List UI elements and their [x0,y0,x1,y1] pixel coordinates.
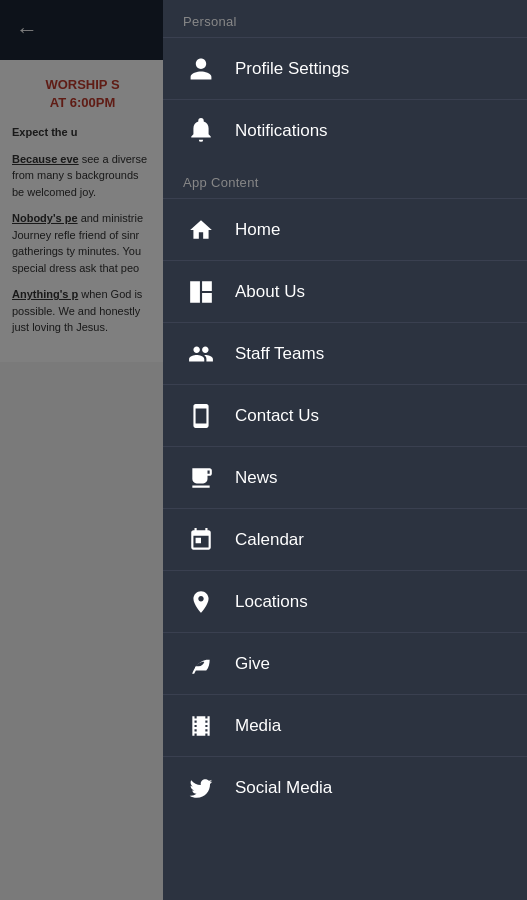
news-label: News [235,468,278,488]
notifications-label: Notifications [235,121,328,141]
give-icon [183,646,219,682]
drawer-item-about-us[interactable]: About Us [163,260,527,322]
contact-us-label: Contact Us [235,406,319,426]
app-content-section-header: App Content [163,161,527,198]
personal-section-header: Personal [163,0,527,37]
drawer-item-notifications[interactable]: Notifications [163,99,527,161]
drawer-item-home[interactable]: Home [163,198,527,260]
calendar-label: Calendar [235,530,304,550]
home-label: Home [235,220,280,240]
media-icon [183,708,219,744]
about-us-label: About Us [235,282,305,302]
news-icon [183,460,219,496]
give-label: Give [235,654,270,674]
staff-teams-label: Staff Teams [235,344,324,364]
contact-us-icon [183,398,219,434]
notifications-icon [183,113,219,149]
home-icon [183,212,219,248]
drawer-item-media[interactable]: Media [163,694,527,756]
drawer-item-social-media[interactable]: Social Media [163,756,527,818]
drawer-item-news[interactable]: News [163,446,527,508]
social-media-label: Social Media [235,778,332,798]
drawer-item-staff-teams[interactable]: Staff Teams [163,322,527,384]
drawer-item-calendar[interactable]: Calendar [163,508,527,570]
locations-icon [183,584,219,620]
drawer-item-locations[interactable]: Locations [163,570,527,632]
about-us-icon [183,274,219,310]
drawer-item-give[interactable]: Give [163,632,527,694]
drawer-item-profile-settings[interactable]: Profile Settings [163,37,527,99]
calendar-icon [183,522,219,558]
media-label: Media [235,716,281,736]
staff-teams-icon [183,336,219,372]
drawer-item-contact-us[interactable]: Contact Us [163,384,527,446]
locations-label: Locations [235,592,308,612]
navigation-drawer: Personal Profile Settings Notifications … [163,0,527,900]
drawer-overlay[interactable] [0,0,165,900]
social-media-icon [183,770,219,806]
profile-settings-label: Profile Settings [235,59,349,79]
user-icon [183,51,219,87]
